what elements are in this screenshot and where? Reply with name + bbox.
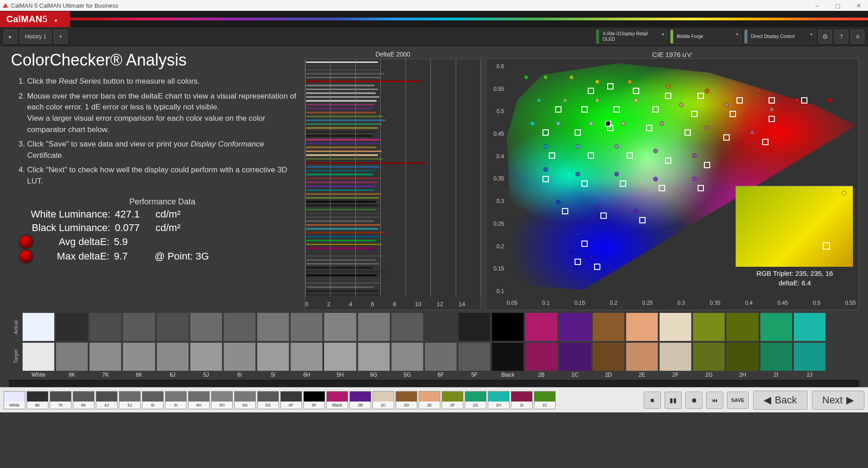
deltae-bar[interactable] [306,127,378,129]
dock-swatch[interactable]: White [4,391,25,409]
stop-button[interactable]: ■ [644,392,661,409]
swatch-target[interactable] [492,343,524,371]
dock-swatch[interactable]: 6K [73,391,94,409]
deltae-bar[interactable] [306,154,378,156]
swatch-actual[interactable] [392,313,423,341]
deltae-bar[interactable] [306,143,379,145]
deltae-bar[interactable] [306,73,384,75]
swatch-target[interactable] [794,343,826,371]
swatch-actual[interactable] [794,313,826,341]
deltae-bar[interactable] [306,274,377,276]
dock-swatch[interactable]: 2B [349,391,371,409]
help-button[interactable]: ? [835,30,848,43]
deltae-bar[interactable] [306,240,377,241]
deltae-bar[interactable] [306,251,378,253]
deltae-bar[interactable] [306,178,381,180]
deltae-bar[interactable] [306,286,374,288]
device-pill[interactable]: ▾ Mobile Forge [670,29,741,44]
deltae-bar[interactable] [306,197,379,199]
swatch-target[interactable] [190,343,222,371]
brand-menu[interactable]: CalMAN5 ▾ [0,11,70,27]
dock-swatch[interactable]: 8K [27,391,48,409]
back-button[interactable]: ◀ Back [753,391,807,410]
deltae-bar[interactable] [306,89,378,90]
swatch-actual[interactable] [190,313,222,341]
swatch-target[interactable] [626,343,658,371]
swatch-target[interactable] [90,343,121,371]
deltae-bar[interactable] [306,259,376,261]
swatch-actual[interactable] [224,313,255,341]
deltae-bar[interactable] [306,116,383,118]
deltae-bar[interactable] [306,255,383,257]
deltae-bar[interactable] [306,69,379,71]
deltae-bar[interactable] [306,236,379,238]
swatch-actual[interactable] [660,313,691,341]
swatch-actual[interactable] [593,313,624,341]
swatch-actual[interactable] [257,313,289,341]
deltae-chart[interactable]: 02468101214 [305,59,481,310]
deltae-bar[interactable] [306,263,379,265]
deltae-bar[interactable] [306,224,381,226]
menu-button[interactable]: ≡ [851,30,864,43]
swatch-actual[interactable] [291,313,322,341]
next-button[interactable]: Next ▶ [812,391,864,410]
dock-swatch[interactable]: 5H [211,391,233,409]
deltae-bar[interactable] [306,228,378,230]
deltae-bar[interactable] [306,92,376,94]
swatch-actual[interactable] [726,313,758,341]
swatch-target[interactable] [56,343,88,371]
deltae-bar[interactable] [306,174,373,175]
maximize-button[interactable]: ▢ [831,2,844,9]
swatch-actual[interactable] [90,313,121,341]
horizontal-scrollbar[interactable] [9,380,859,387]
deltae-bar[interactable] [306,147,377,148]
deltae-bar[interactable] [306,112,376,113]
pause-button[interactable]: ▮▮ [665,392,682,409]
dock-swatch[interactable]: Black [326,391,348,409]
deltae-bar[interactable] [306,185,377,187]
deltae-bar[interactable] [306,123,382,125]
swatch-actual[interactable] [324,313,356,341]
deltae-bar[interactable] [306,189,374,191]
deltae-bar[interactable] [306,217,379,218]
deltae-bar[interactable] [306,131,376,133]
deltae-bar[interactable] [306,232,386,234]
deltae-bar[interactable] [306,96,379,98]
deltae-bar[interactable] [306,77,381,79]
prev-button[interactable]: ⏮ [706,392,723,409]
save-button[interactable]: SAVE [727,392,749,409]
deltae-bar[interactable] [306,209,377,211]
dock-swatch[interactable]: 6I [142,391,164,409]
deltae-bar[interactable] [306,139,381,141]
dock-swatch[interactable]: 2F [442,391,463,409]
minimize-button[interactable]: – [810,2,824,9]
deltae-bar[interactable] [306,108,373,109]
swatch-target[interactable] [760,343,792,371]
swatch-actual[interactable] [693,313,725,341]
record-button[interactable]: ⏺ [685,392,703,409]
dock-swatch[interactable]: 2G [465,391,486,409]
dock-swatch[interactable]: 7K [50,391,71,409]
deltae-bar[interactable] [306,181,378,183]
swatch-actual[interactable] [56,313,88,341]
deltae-bar[interactable] [306,205,378,207]
deltae-bar[interactable] [306,151,382,152]
dock-swatch[interactable]: 6F [280,391,302,409]
dock-swatch[interactable]: 6J [96,391,118,409]
swatch-actual[interactable] [626,313,658,341]
add-tab-button[interactable]: + [54,30,67,43]
swatch-actual[interactable] [492,313,524,341]
swatch-target[interactable] [224,343,255,371]
dock-swatch[interactable]: 2C [373,391,394,409]
swatch-target[interactable] [324,343,356,371]
deltae-bar[interactable] [306,65,382,67]
deltae-bar[interactable] [306,247,374,249]
swatch-target[interactable] [660,343,691,371]
deltae-bar[interactable] [306,104,374,106]
device-pill[interactable]: ▾ X-Rite i1Display RetailOLED [596,29,667,44]
dock-swatch[interactable]: 2I [511,391,533,409]
deltae-bar[interactable] [306,100,377,102]
swatch-target[interactable] [458,343,490,371]
deltae-bar[interactable] [306,119,386,121]
dock-swatch[interactable]: 6G [234,391,256,409]
